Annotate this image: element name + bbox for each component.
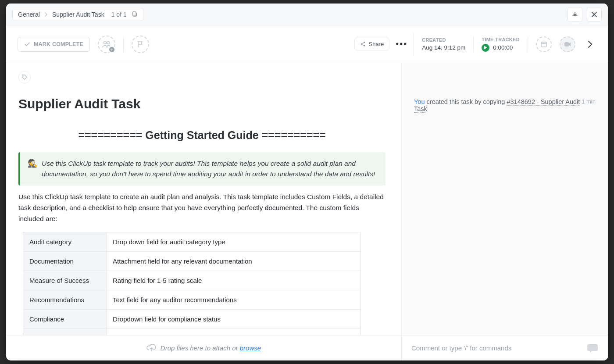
divider xyxy=(528,36,528,52)
activity-feed: 1 min You created this task by copying #… xyxy=(402,63,608,335)
table-row: Measure of SuccessRating field for 1-5 r… xyxy=(23,271,361,290)
intro-paragraph: Use this ClickUp task template to create… xyxy=(18,192,386,224)
share-icon xyxy=(360,41,366,47)
svg-rect-6 xyxy=(541,42,546,47)
set-priority-button[interactable] xyxy=(132,36,149,53)
task-title[interactable]: Supplier Audit Task xyxy=(18,96,386,111)
dropzone-text: Drop files here to attach or xyxy=(161,344,240,352)
created-label: CREATED xyxy=(422,37,465,43)
field-name-cell: Documentation xyxy=(23,252,107,271)
attachment-dropzone[interactable]: Drop files here to attach or browse xyxy=(6,335,401,360)
breadcrumb[interactable]: General Supplier Audit Task 1 of 1 xyxy=(12,8,143,21)
chevron-right-icon xyxy=(44,12,48,17)
custom-fields-table: Audit categoryDrop down field for audit … xyxy=(23,232,361,335)
table-row: Audit categoryDrop down field for audit … xyxy=(23,232,361,252)
field-desc-cell: Location field for address information xyxy=(107,329,361,335)
chevron-right-icon xyxy=(587,40,593,48)
mark-complete-button[interactable]: MARK COMPLETE xyxy=(18,37,90,52)
created-meta: CREATED Aug 14, 9:12 pm xyxy=(422,37,465,51)
plus-icon: + xyxy=(108,46,115,53)
divider xyxy=(123,36,124,52)
cloud-upload-icon xyxy=(146,344,156,352)
task-body: Supplier Audit Task ========== Getting S… xyxy=(6,63,608,360)
add-assignee-button[interactable]: + xyxy=(98,36,115,53)
field-desc-cell: Text field for any auditor recommendatio… xyxy=(107,290,361,310)
record-clip-button[interactable] xyxy=(560,36,575,52)
flag-icon xyxy=(137,40,144,48)
svg-rect-7 xyxy=(564,42,569,46)
activity-text: created this task by copying xyxy=(425,98,507,105)
task-meta: CREATED Aug 14, 9:12 pm TIME TRACKED 0:0… xyxy=(414,32,596,56)
set-dates-button[interactable] xyxy=(536,36,552,52)
table-row: SiteLocation field for address informati… xyxy=(23,329,361,335)
svg-point-5 xyxy=(364,45,365,46)
next-task-button[interactable] xyxy=(583,40,596,48)
task-main-panel: Supplier Audit Task ========== Getting S… xyxy=(6,63,402,360)
svg-rect-0 xyxy=(132,12,136,16)
comment-box[interactable] xyxy=(402,335,608,360)
field-desc-cell: Rating field for 1-5 rating scale xyxy=(107,271,361,290)
task-content-scroll[interactable]: Supplier Audit Task ========== Getting S… xyxy=(6,83,401,335)
svg-point-4 xyxy=(364,42,365,43)
add-tag-button[interactable] xyxy=(18,71,31,83)
svg-point-8 xyxy=(23,76,24,77)
callout-text: Use this ClickUp task template to track … xyxy=(42,158,378,179)
field-name-cell: Site xyxy=(23,329,107,335)
time-tracked-meta: TIME TRACKED 0:00:00 xyxy=(482,37,520,52)
breadcrumb-root[interactable]: General xyxy=(18,11,40,18)
task-toolbar: MARK COMPLETE + Share ••• CREATED Au xyxy=(6,25,608,63)
svg-point-1 xyxy=(104,41,107,44)
activity-item: 1 min You created this task by copying #… xyxy=(414,98,596,112)
breadcrumb-bar: General Supplier Audit Task 1 of 1 xyxy=(6,4,608,25)
share-label: Share xyxy=(368,41,384,47)
comment-icon xyxy=(587,343,598,353)
tag-icon xyxy=(21,74,28,80)
copy-link-icon[interactable] xyxy=(131,11,138,18)
svg-point-3 xyxy=(361,43,362,45)
field-desc-cell: Drop down field for audit category type xyxy=(107,232,361,252)
field-desc-cell: Attachment field for any relevant docume… xyxy=(107,252,361,271)
mark-complete-label: MARK COMPLETE xyxy=(34,41,83,47)
activity-time: 1 min xyxy=(582,98,596,105)
table-row: ComplianceDropdown field for compliance … xyxy=(23,310,361,329)
video-icon xyxy=(564,42,571,47)
comment-input[interactable] xyxy=(411,344,581,352)
svg-point-2 xyxy=(107,41,110,44)
callout-block: 🕵️ Use this ClickUp task template to tra… xyxy=(18,152,386,186)
table-row: RecommendationsText field for any audito… xyxy=(23,290,361,310)
detective-icon: 🕵️ xyxy=(28,158,37,179)
field-name-cell: Measure of Success xyxy=(23,271,107,290)
breadcrumb-count: 1 of 1 xyxy=(111,11,127,18)
field-name-cell: Recommendations xyxy=(23,290,107,310)
close-button[interactable] xyxy=(587,7,602,22)
activity-panel: 1 min You created this task by copying #… xyxy=(402,63,608,360)
calendar-icon xyxy=(540,41,547,48)
field-desc-cell: Dropdown field for compliance status xyxy=(107,310,361,329)
time-tracked-value: 0:00:00 xyxy=(493,44,513,51)
more-menu-button[interactable]: ••• xyxy=(396,39,407,49)
field-name-cell: Audit category xyxy=(23,232,107,252)
check-icon xyxy=(24,41,30,47)
table-row: DocumentationAttachment field for any re… xyxy=(23,252,361,271)
share-button[interactable]: Share xyxy=(354,38,389,50)
browse-link[interactable]: browse xyxy=(240,344,261,352)
field-name-cell: Compliance xyxy=(23,310,107,329)
task-modal: General Supplier Audit Task 1 of 1 MARK … xyxy=(6,4,608,360)
breadcrumb-task[interactable]: Supplier Audit Task xyxy=(52,11,104,18)
divider xyxy=(473,36,474,52)
guide-heading: ========== Getting Started Guide =======… xyxy=(18,129,386,142)
activity-actor[interactable]: You xyxy=(414,98,425,105)
time-tracked-label: TIME TRACKED xyxy=(482,37,520,42)
minimize-button[interactable] xyxy=(568,7,582,22)
created-value: Aug 14, 9:12 pm xyxy=(422,44,465,51)
play-timer-button[interactable] xyxy=(482,44,489,52)
